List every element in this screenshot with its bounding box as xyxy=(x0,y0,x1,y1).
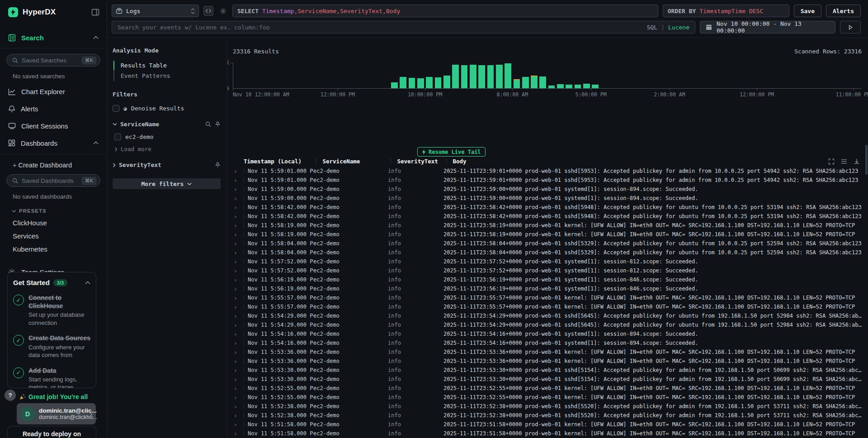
table-row[interactable]: ›Nov 11 5:58:19.000 PMec2-demoinfo2025-1… xyxy=(232,221,865,230)
table-row[interactable]: ›Nov 11 5:58:19.000 PMec2-demoinfo2025-1… xyxy=(232,230,865,239)
filter-group-servicename[interactable]: ServiceName xyxy=(113,121,221,128)
histogram-bar[interactable] xyxy=(505,63,511,88)
denoise-results-option[interactable]: ◕ Denoise Results xyxy=(113,105,221,112)
row-expand-chevron-icon[interactable]: › xyxy=(232,403,244,410)
table-row[interactable]: ›Nov 11 5:58:04.000 PMec2-demoinfo2025-1… xyxy=(232,248,865,257)
table-row[interactable]: ›Nov 11 5:59:00.000 PMec2-demoinfo2025-1… xyxy=(232,194,865,203)
row-expand-chevron-icon[interactable]: › xyxy=(232,376,244,383)
row-expand-chevron-icon[interactable]: › xyxy=(232,222,244,229)
more-filters-button[interactable]: More filters xyxy=(113,178,221,189)
order-by-input[interactable]: ORDER BY TimestampTime DESC xyxy=(663,5,789,17)
table-row[interactable]: ›Nov 11 5:59:01.000 PMec2-demoinfo2025-1… xyxy=(232,176,865,185)
chevron-up-icon[interactable] xyxy=(93,36,99,39)
histogram-bar[interactable] xyxy=(478,65,485,88)
preset-services[interactable]: Services xyxy=(0,232,107,240)
table-row[interactable]: ›Nov 11 5:54:29.000 PMec2-demoinfo2025-1… xyxy=(232,320,865,329)
get-started-step[interactable]: ✓ Connect to ClickHouse Set up your data… xyxy=(13,294,90,327)
histogram-bar[interactable] xyxy=(583,84,590,88)
drag-handle-icon[interactable]: ⋮ xyxy=(388,158,394,165)
table-row[interactable]: ›Nov 11 5:55:57.000 PMec2-demoinfo2025-1… xyxy=(232,293,865,302)
source-select[interactable]: Logs xyxy=(112,5,199,17)
histogram-bar[interactable] xyxy=(461,65,468,88)
create-dashboard-button[interactable]: + Create Dashboard xyxy=(0,162,107,169)
table-row[interactable]: ›Nov 11 5:59:01.000 PMec2-demoinfo2025-1… xyxy=(232,167,865,176)
pin-icon[interactable] xyxy=(215,121,221,127)
table-row[interactable]: ›Nov 11 5:53:30.000 PMec2-demoinfo2025-1… xyxy=(232,375,865,384)
row-expand-chevron-icon[interactable]: › xyxy=(232,340,244,347)
table-row[interactable]: ›Nov 11 5:55:57.000 PMec2-demoinfo2025-1… xyxy=(232,302,865,311)
table-row[interactable]: ›Nov 11 5:56:19.000 PMec2-demoinfo2025-1… xyxy=(232,284,865,293)
row-expand-chevron-icon[interactable]: › xyxy=(232,249,244,256)
search-icon[interactable] xyxy=(205,121,211,127)
load-more-button[interactable]: Load more xyxy=(114,146,221,152)
row-expand-chevron-icon[interactable]: › xyxy=(232,412,244,419)
table-row[interactable]: ›Nov 11 5:58:42.000 PMec2-demoinfo2025-1… xyxy=(232,212,865,221)
maximize-icon[interactable] xyxy=(827,157,835,166)
download-icon[interactable] xyxy=(853,157,861,166)
preset-kubernetes[interactable]: Kubernetes xyxy=(0,245,107,253)
select-columns-input[interactable]: SELECT Timestamp,ServiceName,SeverityTex… xyxy=(232,5,658,17)
row-expand-chevron-icon[interactable]: › xyxy=(232,286,244,292)
ec2-demo-checkbox[interactable] xyxy=(114,133,121,140)
saved-searches-input[interactable]: Saved Searches ⌘K xyxy=(6,54,100,67)
histogram-bar[interactable] xyxy=(426,77,433,88)
table-row[interactable]: ›Nov 11 5:51:58.000 PMec2-demoinfo2025-1… xyxy=(232,429,865,438)
row-expand-chevron-icon[interactable]: › xyxy=(232,186,244,193)
drag-handle-icon[interactable]: ⋮ xyxy=(313,158,319,165)
row-expand-chevron-icon[interactable]: › xyxy=(232,231,244,238)
alerts-button[interactable]: Alerts xyxy=(826,5,861,17)
table-row[interactable]: ›Nov 11 5:56:19.000 PMec2-demoinfo2025-1… xyxy=(232,275,865,284)
col-header-body[interactable]: ⋮Body xyxy=(443,158,818,165)
histogram-bar[interactable] xyxy=(400,77,406,88)
row-expand-chevron-icon[interactable]: › xyxy=(232,331,244,338)
drag-handle-icon[interactable]: ⋮ xyxy=(443,158,449,165)
sidebar-item-chart-explorer[interactable]: Chart Explorer xyxy=(0,86,107,97)
row-expand-chevron-icon[interactable]: › xyxy=(232,240,244,247)
sidebar-item-dashboards[interactable]: Dashboards xyxy=(0,138,107,148)
tab-results-table[interactable]: Results Table xyxy=(114,60,221,71)
filter-group-severitytext[interactable]: SeverityText xyxy=(113,162,221,168)
table-row[interactable]: ›Nov 11 5:53:36.000 PMec2-demoinfo2025-1… xyxy=(232,357,865,366)
row-expand-chevron-icon[interactable]: › xyxy=(232,394,244,401)
preset-clickhouse[interactable]: ClickHouse xyxy=(0,219,107,227)
row-expand-chevron-icon[interactable]: › xyxy=(232,177,244,184)
user-menu[interactable]: D dominic.tran@clic... dominic.tran@clic… xyxy=(17,403,96,424)
search-input[interactable] xyxy=(118,24,642,31)
code-view-button[interactable] xyxy=(203,6,213,16)
histogram-bar[interactable] xyxy=(452,65,459,88)
histogram-bar[interactable] xyxy=(417,78,424,88)
get-started-step[interactable]: ✓ Add Data Start sending logs, metrics, … xyxy=(13,367,90,388)
histogram-bar[interactable] xyxy=(566,85,572,88)
table-row[interactable]: ›Nov 11 5:59:00.000 PMec2-demoinfo2025-1… xyxy=(232,185,865,194)
histogram-bar[interactable] xyxy=(496,65,503,88)
histogram-bar[interactable] xyxy=(443,76,450,88)
col-header-servicename[interactable]: ⋮ServiceName xyxy=(313,158,388,165)
chevron-up-icon[interactable] xyxy=(85,281,90,285)
row-expand-chevron-icon[interactable]: › xyxy=(232,276,244,283)
row-expand-chevron-icon[interactable]: › xyxy=(232,213,244,220)
histogram-bar[interactable] xyxy=(409,78,415,88)
histogram-bar[interactable] xyxy=(391,82,398,88)
row-expand-chevron-icon[interactable]: › xyxy=(232,267,244,274)
pin-icon[interactable] xyxy=(215,162,221,168)
row-expand-chevron-icon[interactable]: › xyxy=(232,358,244,365)
chevron-up-icon[interactable] xyxy=(93,141,99,145)
table-row[interactable]: ›Nov 11 5:52:55.000 PMec2-demoinfo2025-1… xyxy=(232,384,865,393)
table-row[interactable]: ›Nov 11 5:54:16.000 PMec2-demoinfo2025-1… xyxy=(232,329,865,338)
table-row[interactable]: ›Nov 11 5:51:58.000 PMec2-demoinfo2025-1… xyxy=(232,420,865,429)
table-row[interactable]: ›Nov 11 5:57:52.000 PMec2-demoinfo2025-1… xyxy=(232,266,865,275)
tab-event-patterns[interactable]: Event Patterns xyxy=(114,71,221,81)
table-row[interactable]: ›Nov 11 5:53:30.000 PMec2-demoinfo2025-1… xyxy=(232,366,865,375)
presets-toggle[interactable]: PRESETS xyxy=(0,208,107,214)
date-range-picker[interactable]: Nov 10 00:00:00 - Nov 13 00:00:00 xyxy=(700,21,835,33)
histogram-bar[interactable] xyxy=(539,76,546,88)
get-started-step[interactable]: ✓ Create Data Sources Configure where yo… xyxy=(13,334,90,359)
sidebar-item-client-sessions[interactable]: Client Sessions xyxy=(0,120,107,131)
help-button[interactable]: ? xyxy=(5,390,16,401)
histogram-bar[interactable] xyxy=(470,65,476,88)
histogram-bar[interactable] xyxy=(548,86,555,88)
row-expand-chevron-icon[interactable]: › xyxy=(232,430,244,437)
table-row[interactable]: ›Nov 11 5:54:16.000 PMec2-demoinfo2025-1… xyxy=(232,338,865,348)
table-row[interactable]: ›Nov 11 5:58:42.000 PMec2-demoinfo2025-1… xyxy=(232,203,865,212)
col-header-severitytext[interactable]: ⋮SeverityText xyxy=(388,158,443,165)
